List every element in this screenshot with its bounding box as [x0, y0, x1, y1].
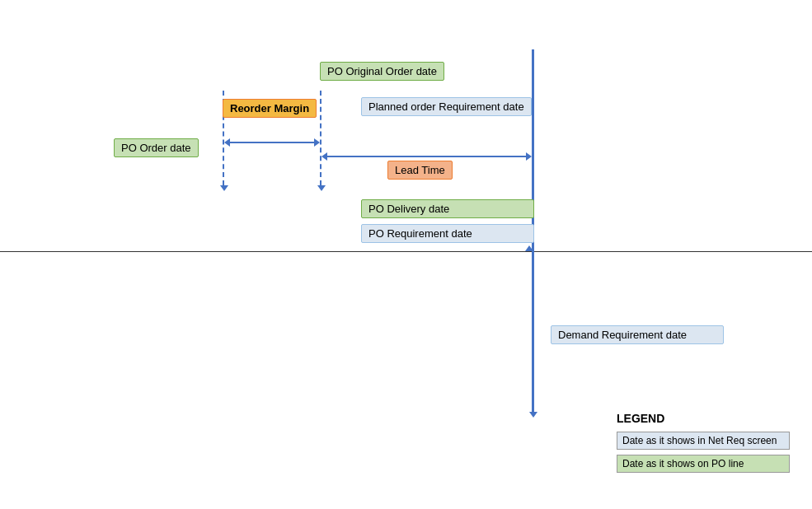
demand-requirement-date-label: Demand Requirement date: [551, 325, 724, 344]
po-requirement-date-label: PO Requirement date: [361, 224, 534, 243]
legend-item-po-line: Date as it shows on PO line: [617, 455, 790, 473]
legend-net-req-box: Date as it shows in Net Req screen: [617, 432, 790, 450]
reorder-margin-arrow: [224, 138, 320, 147]
legend-title: LEGEND: [617, 412, 790, 425]
legend-item-net-req: Date as it shows in Net Req screen: [617, 432, 790, 450]
reorder-margin-label: Reorder Margin: [223, 99, 317, 118]
lead-time-arrow: [322, 152, 532, 161]
lead-time-label: Lead Time: [387, 161, 453, 180]
po-order-date-label: PO Order date: [114, 138, 199, 157]
legend-po-line-box: Date as it shows on PO line: [617, 455, 790, 473]
timeline-line: [0, 251, 812, 252]
planned-order-requirement-date-label: Planned order Requirement date: [361, 97, 532, 116]
legend-section: LEGEND Date as it shows in Net Req scree…: [617, 412, 790, 478]
middle-dashed-line: [320, 91, 322, 185]
po-original-order-date-label: PO Original Order date: [320, 62, 444, 81]
po-delivery-date-label: PO Delivery date: [361, 199, 534, 218]
diagram-area: PO Original Order date Planned order Req…: [0, 0, 812, 509]
